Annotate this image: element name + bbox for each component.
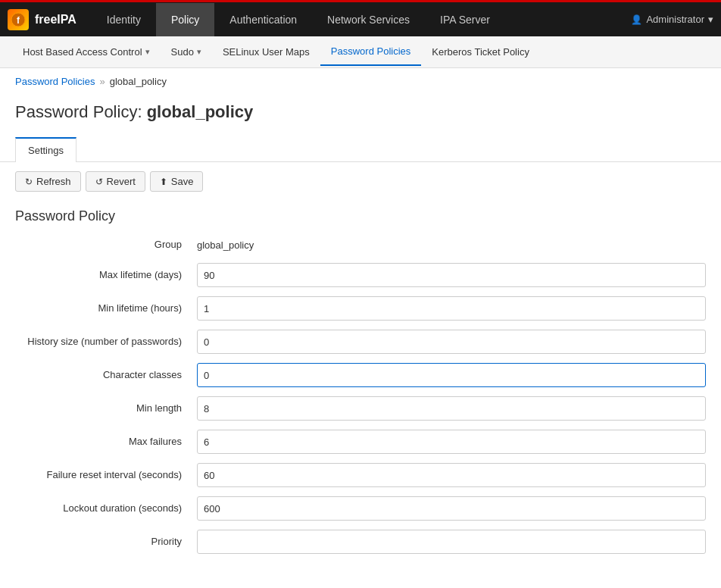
input-character-classes[interactable] [197,363,706,387]
label-max-failures: Max failures [15,435,197,449]
form-row-priority: Priority [15,530,706,554]
input-min-length[interactable] [197,396,706,421]
save-icon: ⬆ [160,177,167,187]
nav-tab-identity[interactable]: Identity [92,3,156,36]
sub-nav-host-based-access-control[interactable]: Host Based Access Control ▾ [12,39,161,65]
form-row-lockout-duration: Lockout duration (seconds) [15,496,706,521]
form-row-max-failures: Max failures [15,430,706,454]
sub-nav-password-policies[interactable]: Password Policies [320,38,422,66]
refresh-icon: ↻ [25,177,33,187]
user-label: Administrator [646,14,704,25]
top-nav: Identity Policy Authentication Network S… [92,3,632,36]
form-row-group: Group global_policy [15,236,706,254]
input-lockout-duration[interactable] [197,496,706,521]
breadcrumb: Password Policies » global_policy [0,68,721,95]
input-max-lifetime-days[interactable] [197,263,706,287]
sub-nav-selinux-user-maps[interactable]: SELinux User Maps [212,39,320,65]
sub-nav-kerberos-ticket-policy[interactable]: Kerberos Ticket Policy [421,39,540,65]
form-row-min-length: Min length [15,396,706,421]
content-tabs: Settings [0,137,721,162]
app-name: freeIPA [35,13,76,27]
page-title-prefix: Password Policy: [15,102,147,121]
form-section: Password Policy Group global_policy Max … [0,201,721,578]
nav-tab-authentication[interactable]: Authentication [214,3,312,36]
nav-tab-policy[interactable]: Policy [156,3,214,36]
label-max-lifetime-days: Max lifetime (days) [15,268,197,282]
save-button[interactable]: ⬆ Save [150,171,204,192]
label-min-length: Min length [15,402,197,415]
label-group: Group [15,238,197,252]
revert-icon: ↺ [95,177,103,187]
form-row-max-lifetime-days: Max lifetime (days) [15,263,706,287]
value-group: global_policy [197,236,254,254]
label-character-classes: Character classes [15,368,197,382]
breadcrumb-separator: » [100,76,105,87]
user-icon: 👤 [631,14,642,25]
input-min-lifetime-hours[interactable] [197,296,706,321]
page-title-bold: global_policy [147,102,254,121]
breadcrumb-parent[interactable]: Password Policies [15,76,95,87]
form-row-min-lifetime-hours: Min lifetime (hours) [15,296,706,321]
nav-tab-network-services[interactable]: Network Services [312,3,425,36]
top-navbar: f freeIPA Identity Policy Authentication… [0,0,721,36]
breadcrumb-current: global_policy [110,76,167,87]
nav-tab-ipa-server[interactable]: IPA Server [425,3,505,36]
form-row-history-size: History size (number of passwords) [15,330,706,354]
revert-button[interactable]: ↺ Revert [86,171,145,192]
refresh-button[interactable]: ↻ Refresh [15,171,81,192]
page-title: Password Policy: global_policy [15,102,706,122]
input-failure-reset-interval[interactable] [197,463,706,487]
label-lockout-duration: Lockout duration (seconds) [15,502,197,515]
action-bar: ↻ Refresh ↺ Revert ⬆ Save [0,162,721,201]
sub-nav-sudo[interactable]: Sudo ▾ [161,39,212,65]
form-row-character-classes: Character classes [15,363,706,387]
label-min-lifetime-hours: Min lifetime (hours) [15,302,197,315]
dropdown-icon-hbac: ▾ [145,47,150,57]
input-history-size[interactable] [197,330,706,354]
logo[interactable]: f freeIPA [8,9,76,30]
page-title-area: Password Policy: global_policy [0,95,721,137]
user-dropdown-icon: ▾ [708,14,713,25]
label-failure-reset-interval: Failure reset interval (seconds) [15,468,197,482]
sub-navbar: Host Based Access Control ▾ Sudo ▾ SELin… [0,36,721,68]
label-priority: Priority [15,535,197,549]
input-priority[interactable] [197,530,706,554]
dropdown-icon-sudo: ▾ [197,47,201,57]
label-history-size: History size (number of passwords) [15,335,197,349]
user-menu[interactable]: 👤 Administrator ▾ [631,14,713,25]
tab-settings[interactable]: Settings [15,137,76,162]
input-max-failures[interactable] [197,430,706,454]
logo-icon: f [8,9,29,30]
form-section-title: Password Policy [15,208,706,224]
form-row-failure-reset-interval: Failure reset interval (seconds) [15,463,706,487]
